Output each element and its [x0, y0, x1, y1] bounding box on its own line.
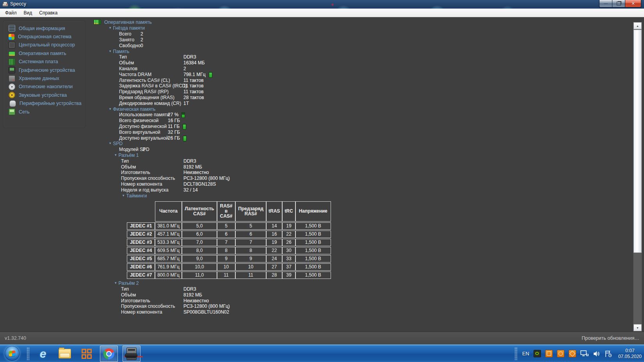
- ram-icon: [94, 20, 101, 25]
- section-header[interactable]: ▾Разъём 1: [89, 153, 630, 158]
- sidebar-item[interactable]: Общая информация: [4, 24, 85, 32]
- restore-button[interactable]: [612, 0, 625, 7]
- timings-cell: 7: [235, 239, 266, 246]
- nvidia-tray-icon[interactable]: [534, 350, 541, 357]
- timings-row: JEDEC #6761.9 МГц10,0101027371,500 В: [127, 263, 331, 271]
- gauge-icon: [183, 124, 186, 130]
- kv-row: Каналов2: [89, 66, 630, 72]
- timings-cell: 533.3 МГц: [155, 239, 182, 246]
- kv-value: 28 тактов: [183, 95, 204, 100]
- action-center-flag-icon[interactable]: [605, 350, 612, 357]
- kv-row: Доступно виртуальной26 ГБ: [89, 135, 630, 141]
- kv-label: Латентность CAS# (CL): [119, 78, 183, 83]
- kv-label: Всего виртуальной: [119, 130, 168, 135]
- tray-app-2-icon[interactable]: [557, 350, 564, 357]
- motherboard-icon: [9, 59, 15, 65]
- timings-cell: 8,0: [182, 247, 217, 254]
- network-tray-icon[interactable]: [580, 350, 589, 357]
- kv-label: Предзаряд RAS# (tRP): [119, 89, 183, 94]
- content-pane: Оперативная память▾Гнёзда памятиВсего2За…: [89, 19, 630, 332]
- title-bar: Speccy — ✕: [0, 0, 644, 9]
- sidebar-item[interactable]: Оперативная память: [4, 49, 85, 57]
- taskbar-clock[interactable]: 0:07 07.05.2020: [618, 348, 642, 360]
- vertical-scrollbar[interactable]: ▲ ▼: [633, 22, 642, 332]
- timings-cell: 28: [266, 272, 282, 279]
- timings-cell: 9: [217, 255, 235, 263]
- check-updates-link[interactable]: Проверить обновления…: [582, 335, 639, 341]
- sidebar-item[interactable]: Сеть: [4, 108, 85, 116]
- taskbar-app-button[interactable]: [123, 346, 141, 362]
- os-icon: [9, 34, 14, 40]
- restore-icon: [617, 2, 621, 5]
- section-header[interactable]: ▾Разъём 2: [89, 280, 630, 286]
- timings-row: JEDEC #3533.3 МГц7,07719261,500 В: [127, 239, 331, 246]
- gauge-dim: [182, 113, 185, 115]
- minimize-button[interactable]: —: [599, 0, 612, 7]
- timings-col-header: tRAS: [266, 201, 282, 222]
- kv-value: 11 ГБ: [168, 124, 180, 129]
- start-button[interactable]: [5, 346, 20, 361]
- taskbar-app-button[interactable]: [78, 346, 95, 362]
- kv-value: 32 ГБ: [168, 130, 180, 135]
- sidebar-item[interactable]: Звуковые устройства: [4, 91, 85, 99]
- taskbar-app-button[interactable]: [56, 346, 73, 362]
- menu-item-1[interactable]: Файл: [2, 9, 20, 17]
- sidebar-item[interactable]: Графические устройства: [4, 66, 85, 74]
- timings-row: JEDEC #1381.0 МГц5,05514191,500 В: [127, 222, 331, 230]
- audio-icon: [9, 92, 15, 98]
- tray-grip[interactable]: [514, 347, 518, 360]
- section-header[interactable]: ▾Память: [89, 48, 630, 54]
- close-button[interactable]: ✕: [625, 0, 641, 7]
- optical-drive-icon: [9, 83, 15, 90]
- timings-cell: 8: [217, 247, 235, 254]
- menu-item-3[interactable]: Справка: [36, 9, 61, 17]
- timings-row-name: JEDEC #2: [127, 231, 155, 238]
- sidebar-item[interactable]: Центральный процессор: [4, 41, 85, 49]
- volume-tray-icon[interactable]: [593, 350, 600, 357]
- sidebar-item[interactable]: Оптические накопители: [4, 83, 85, 91]
- timings-cell: 5: [235, 222, 266, 230]
- section-header[interactable]: ▾SPD: [89, 141, 630, 147]
- sidebar-item[interactable]: Операционная система: [4, 32, 85, 41]
- kv-value: PC3-12800 (800 МГц): [183, 303, 230, 309]
- sidebar-item-label: Системная плата: [19, 59, 58, 64]
- kv-label: Декодирование команд (CR): [119, 101, 183, 106]
- timings-cell: 9,0: [182, 255, 217, 263]
- section-header[interactable]: ▾Физическая память: [89, 106, 630, 112]
- scroll-thumb[interactable]: [633, 30, 642, 253]
- section-header[interactable]: ▾Тайминги: [89, 193, 630, 199]
- timings-cell: 39: [282, 272, 295, 279]
- kv-row: ИзготовительНеизвестно: [89, 298, 630, 303]
- taskbar-grip[interactable]: [27, 347, 30, 360]
- timings-col-header: Напряжение: [295, 201, 331, 222]
- taskbar-app-button[interactable]: e: [34, 346, 52, 362]
- tray-app-3-icon[interactable]: [569, 350, 576, 357]
- language-indicator[interactable]: EN: [522, 351, 529, 357]
- kv-row: Использование памяти27 %: [89, 112, 630, 118]
- timings-cell: 761.9 МГц: [155, 263, 182, 271]
- kv-label: Всего физической: [119, 118, 168, 123]
- kv-row: Объём16384 МБ: [89, 60, 630, 66]
- timings-cell: 16: [266, 231, 282, 238]
- ram-icon: [9, 51, 15, 56]
- collapse-arrow-icon: ▾: [109, 141, 111, 145]
- sidebar-item[interactable]: Системная плата: [4, 58, 85, 66]
- kv-value: DDR3: [183, 54, 196, 60]
- kv-label: Время обращения (tRAS): [119, 95, 183, 100]
- kv-value: 8192 МБ: [183, 164, 202, 170]
- kv-row: Частота DRAM798.1 МГц: [89, 71, 630, 77]
- taskbar: e EN 0:07 07.05.2020: [0, 344, 644, 362]
- kv-label: Объём: [119, 60, 183, 66]
- summary-icon: [9, 25, 15, 32]
- menu-item-2[interactable]: Вид: [20, 9, 36, 17]
- scroll-down-button[interactable]: ▼: [633, 324, 642, 331]
- sidebar-item[interactable]: Периферийные устройства: [4, 99, 85, 108]
- kv-label: Всего: [119, 31, 141, 37]
- tray-app-1-icon[interactable]: [545, 350, 553, 357]
- scroll-up-button[interactable]: ▲: [633, 22, 642, 29]
- section-header[interactable]: ▾Гнёзда памяти: [89, 25, 630, 31]
- kv-row: Номер компонентаSP008GBLTU160N02: [89, 309, 630, 315]
- timings-cell: 1,500 В: [295, 263, 331, 271]
- sidebar-item[interactable]: Хранение данных: [4, 74, 85, 82]
- taskbar-app-button[interactable]: [100, 346, 118, 362]
